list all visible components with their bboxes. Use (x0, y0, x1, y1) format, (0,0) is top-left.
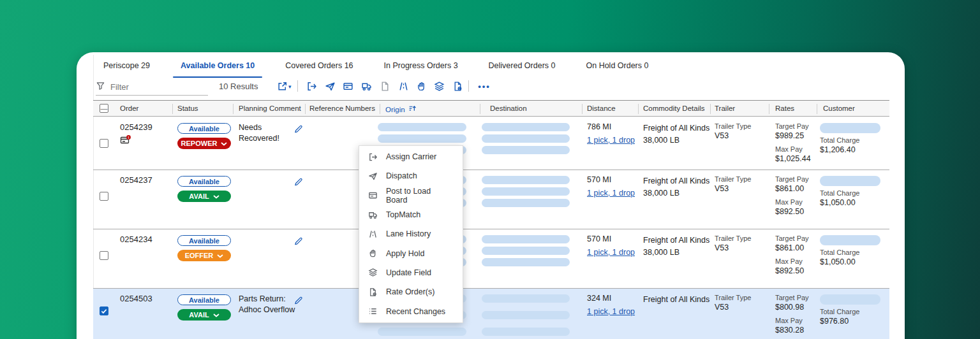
column-header-rates[interactable]: Rates (775, 105, 794, 112)
commodity-name: Freight of All Kinds (643, 294, 709, 306)
stops-link[interactable]: 1 pick, 1 drop (587, 248, 635, 257)
tab-periscope[interactable]: Periscope 29 (103, 61, 150, 78)
status-badge: Available (177, 123, 231, 134)
tab-in-progress-orders[interactable]: In Progress Orders 3 (384, 61, 458, 78)
commodity-name: Freight of All Kinds (643, 175, 709, 187)
lane-history-icon[interactable] (397, 80, 410, 92)
column-header-reference-numbers[interactable]: Reference Numbers (309, 105, 375, 112)
column-header-status[interactable]: Status (177, 105, 198, 112)
column-header-origin[interactable]: Origin (385, 105, 417, 114)
column-header-order[interactable]: Order (120, 105, 138, 112)
rate-orders-icon[interactable] (451, 80, 464, 92)
commodity-name: Freight of All Kinds (643, 234, 709, 247)
edit-comment-icon[interactable] (293, 124, 303, 136)
export-icon[interactable] (276, 80, 288, 92)
target-pay-value: $800.98 (775, 303, 809, 312)
menu-item-lane-history[interactable]: Lane History (359, 224, 463, 243)
stage-dropdown-badge[interactable]: AVAIL (177, 309, 231, 321)
tab-available-orders[interactable]: Available Orders 10 (181, 61, 255, 78)
toolbar-divider (297, 80, 298, 92)
menu-item-assign-carrier[interactable]: Assign Carrier (359, 147, 463, 166)
more-actions-icon[interactable]: ••• (475, 80, 494, 92)
menu-item-apply-hold[interactable]: Apply Hold (359, 243, 463, 263)
tab-delivered-orders[interactable]: Delivered Orders 0 (489, 61, 556, 78)
column-header-customer[interactable]: Customer (823, 105, 855, 112)
column-header-commodity-details[interactable]: Commodity Details (643, 105, 705, 112)
status-badge: Available (177, 294, 231, 305)
row-checkbox[interactable] (100, 139, 108, 148)
menu-item-topmatch[interactable]: TopMatch (359, 205, 463, 224)
distance-value: 786 MI (587, 122, 635, 131)
stage-dropdown-badge[interactable]: REPOWER (177, 138, 231, 149)
stops-link[interactable]: 1 pick, 1 drop (587, 189, 635, 198)
destination-redacted (482, 176, 570, 210)
column-header-trailer[interactable]: Trailer (715, 105, 735, 112)
column-header-planning-comment[interactable]: Planning Comment (239, 105, 301, 112)
export-caret-icon[interactable]: ▾ (288, 83, 292, 90)
trailer-type-value: V53 (715, 243, 751, 252)
commodity-weight: 38,000 LB (643, 134, 709, 147)
table-row-selected[interactable]: 0254503 Available AVAIL Parts Return: Ad… (93, 289, 889, 339)
results-count: 10 Results (219, 82, 258, 91)
filter-field[interactable] (96, 79, 208, 96)
order-number[interactable]: 0254503 (120, 294, 152, 303)
column-header-distance[interactable]: Distance (587, 105, 616, 112)
tab-covered-orders[interactable]: Covered Orders 16 (285, 61, 353, 78)
menu-item-dispatch[interactable]: Dispatch (359, 166, 463, 185)
apply-hold-icon (368, 249, 378, 258)
rate-orders-icon (368, 287, 378, 297)
tab-on-hold-orders[interactable]: On Hold Orders 0 (586, 61, 648, 78)
update-field-icon (368, 268, 378, 277)
menu-item-update-field[interactable]: Update Field (359, 263, 463, 282)
menu-item-rate-orders[interactable]: Rate Order(s) (359, 282, 463, 301)
row-checkbox[interactable] (100, 251, 108, 260)
distance-value: 570 MI (587, 234, 635, 243)
distance-value: 324 MI (587, 294, 635, 303)
destination-redacted (482, 294, 570, 339)
document-icon (378, 80, 391, 92)
post-to-load-board-icon[interactable] (341, 80, 354, 92)
menu-item-recent-changes[interactable]: Recent Changes (359, 301, 463, 321)
topmatch-icon[interactable] (360, 80, 373, 92)
trailer-type-value: V53 (715, 303, 751, 312)
sort-ascending-icon[interactable] (408, 105, 417, 114)
customer-redacted (820, 123, 880, 133)
destination-redacted (482, 235, 570, 270)
row-checkbox[interactable] (100, 192, 108, 201)
select-all-checkbox[interactable]: — (100, 104, 108, 113)
order-number[interactable]: 0254234 (120, 234, 152, 244)
trailer-type-label: Trailer Type (715, 175, 751, 183)
order-number[interactable]: 0254237 (120, 175, 152, 185)
stage-dropdown-badge[interactable]: EOFFER (177, 250, 231, 261)
table-row[interactable]: 0254239 ! Available REPOWER Needs Recove… (93, 117, 889, 170)
menu-item-post-to-load-board[interactable]: Post to Load Board (359, 186, 463, 205)
filter-input[interactable] (110, 82, 193, 92)
max-pay-value: $830.28 (775, 326, 809, 335)
commodity-name: Freight of All Kinds (643, 122, 709, 134)
order-alert-icon[interactable]: ! (120, 134, 132, 148)
total-charge-label: Total Charge (820, 249, 880, 256)
table-row[interactable]: 0254237 Available AVAIL 570 MI 1 pick, 1… (93, 170, 889, 229)
stops-link[interactable]: 1 pick, 1 drop (587, 307, 635, 316)
update-field-icon[interactable] (433, 80, 445, 92)
stops-link[interactable]: 1 pick, 1 drop (587, 136, 635, 145)
column-header-destination[interactable]: Destination (490, 105, 527, 112)
edit-comment-icon[interactable] (293, 236, 303, 249)
edit-comment-icon[interactable] (293, 296, 303, 308)
apply-hold-icon[interactable] (415, 80, 427, 92)
target-pay-value: $861.00 (775, 184, 809, 193)
filter-funnel-icon (96, 81, 105, 93)
assign-carrier-icon[interactable] (305, 80, 318, 92)
target-pay-value: $989.25 (775, 131, 811, 140)
dispatch-icon[interactable] (323, 80, 336, 92)
max-pay-value: $892.50 (775, 266, 809, 275)
stage-dropdown-badge[interactable]: AVAIL (177, 191, 231, 202)
chevron-down-icon (213, 195, 219, 199)
order-number[interactable]: 0254239 (120, 122, 152, 132)
app-background: Periscope 29 Available Orders 10 Covered… (0, 0, 980, 339)
row-checkbox-checked[interactable] (100, 307, 108, 315)
edit-comment-icon[interactable] (293, 177, 303, 189)
total-charge-label: Total Charge (820, 308, 880, 315)
svg-text:!: ! (128, 136, 130, 140)
table-row[interactable]: 0254234 Available EOFFER 570 MI 1 pick, … (93, 229, 889, 289)
